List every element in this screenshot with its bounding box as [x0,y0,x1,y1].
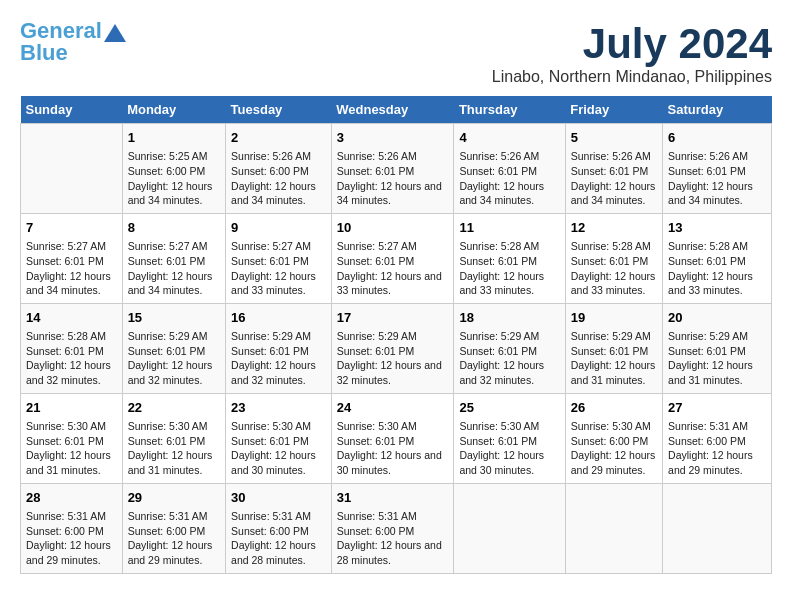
day-content: Sunrise: 5:30 AM Sunset: 6:01 PM Dayligh… [26,419,117,478]
week-row-3: 14Sunrise: 5:28 AM Sunset: 6:01 PM Dayli… [21,303,772,393]
header-cell-friday: Friday [565,96,662,124]
day-number: 20 [668,309,766,327]
calendar-cell: 21Sunrise: 5:30 AM Sunset: 6:01 PM Dayli… [21,393,123,483]
week-row-1: 1Sunrise: 5:25 AM Sunset: 6:00 PM Daylig… [21,124,772,214]
day-number: 7 [26,219,117,237]
day-number: 28 [26,489,117,507]
day-content: Sunrise: 5:31 AM Sunset: 6:00 PM Dayligh… [128,509,220,568]
calendar-cell: 5Sunrise: 5:26 AM Sunset: 6:01 PM Daylig… [565,124,662,214]
day-content: Sunrise: 5:25 AM Sunset: 6:00 PM Dayligh… [128,149,220,208]
day-content: Sunrise: 5:26 AM Sunset: 6:01 PM Dayligh… [337,149,449,208]
calendar-cell: 15Sunrise: 5:29 AM Sunset: 6:01 PM Dayli… [122,303,225,393]
day-content: Sunrise: 5:26 AM Sunset: 6:00 PM Dayligh… [231,149,326,208]
calendar-cell: 16Sunrise: 5:29 AM Sunset: 6:01 PM Dayli… [226,303,332,393]
calendar-cell: 27Sunrise: 5:31 AM Sunset: 6:00 PM Dayli… [663,393,772,483]
day-content: Sunrise: 5:31 AM Sunset: 6:00 PM Dayligh… [231,509,326,568]
day-content: Sunrise: 5:30 AM Sunset: 6:00 PM Dayligh… [571,419,657,478]
header-cell-saturday: Saturday [663,96,772,124]
day-number: 15 [128,309,220,327]
day-number: 10 [337,219,449,237]
calendar-cell: 9Sunrise: 5:27 AM Sunset: 6:01 PM Daylig… [226,213,332,303]
day-content: Sunrise: 5:28 AM Sunset: 6:01 PM Dayligh… [26,329,117,388]
calendar-cell: 3Sunrise: 5:26 AM Sunset: 6:01 PM Daylig… [331,124,454,214]
day-number: 8 [128,219,220,237]
subtitle: Linabo, Northern Mindanao, Philippines [492,68,772,86]
day-content: Sunrise: 5:31 AM Sunset: 6:00 PM Dayligh… [668,419,766,478]
title-area: July 2024 Linabo, Northern Mindanao, Phi… [492,20,772,86]
calendar-cell: 29Sunrise: 5:31 AM Sunset: 6:00 PM Dayli… [122,483,225,573]
day-content: Sunrise: 5:27 AM Sunset: 6:01 PM Dayligh… [337,239,449,298]
calendar-cell: 11Sunrise: 5:28 AM Sunset: 6:01 PM Dayli… [454,213,565,303]
day-content: Sunrise: 5:26 AM Sunset: 6:01 PM Dayligh… [459,149,559,208]
calendar-cell [663,483,772,573]
day-content: Sunrise: 5:28 AM Sunset: 6:01 PM Dayligh… [571,239,657,298]
day-content: Sunrise: 5:29 AM Sunset: 6:01 PM Dayligh… [231,329,326,388]
week-row-5: 28Sunrise: 5:31 AM Sunset: 6:00 PM Dayli… [21,483,772,573]
calendar-cell: 26Sunrise: 5:30 AM Sunset: 6:00 PM Dayli… [565,393,662,483]
header-cell-wednesday: Wednesday [331,96,454,124]
day-content: Sunrise: 5:29 AM Sunset: 6:01 PM Dayligh… [459,329,559,388]
calendar-cell: 4Sunrise: 5:26 AM Sunset: 6:01 PM Daylig… [454,124,565,214]
header-row: SundayMondayTuesdayWednesdayThursdayFrid… [21,96,772,124]
calendar-cell: 18Sunrise: 5:29 AM Sunset: 6:01 PM Dayli… [454,303,565,393]
day-number: 16 [231,309,326,327]
day-number: 6 [668,129,766,147]
day-number: 31 [337,489,449,507]
logo: GeneralBlue [20,20,126,64]
day-number: 25 [459,399,559,417]
day-number: 18 [459,309,559,327]
calendar-cell: 2Sunrise: 5:26 AM Sunset: 6:00 PM Daylig… [226,124,332,214]
day-content: Sunrise: 5:29 AM Sunset: 6:01 PM Dayligh… [571,329,657,388]
day-number: 21 [26,399,117,417]
day-content: Sunrise: 5:27 AM Sunset: 6:01 PM Dayligh… [128,239,220,298]
calendar-cell: 1Sunrise: 5:25 AM Sunset: 6:00 PM Daylig… [122,124,225,214]
day-content: Sunrise: 5:28 AM Sunset: 6:01 PM Dayligh… [668,239,766,298]
day-content: Sunrise: 5:27 AM Sunset: 6:01 PM Dayligh… [26,239,117,298]
day-content: Sunrise: 5:26 AM Sunset: 6:01 PM Dayligh… [571,149,657,208]
day-number: 30 [231,489,326,507]
calendar-cell: 10Sunrise: 5:27 AM Sunset: 6:01 PM Dayli… [331,213,454,303]
calendar-cell: 22Sunrise: 5:30 AM Sunset: 6:01 PM Dayli… [122,393,225,483]
calendar-cell: 8Sunrise: 5:27 AM Sunset: 6:01 PM Daylig… [122,213,225,303]
day-number: 29 [128,489,220,507]
calendar-cell: 20Sunrise: 5:29 AM Sunset: 6:01 PM Dayli… [663,303,772,393]
day-number: 13 [668,219,766,237]
header-cell-monday: Monday [122,96,225,124]
day-number: 17 [337,309,449,327]
day-number: 14 [26,309,117,327]
day-content: Sunrise: 5:27 AM Sunset: 6:01 PM Dayligh… [231,239,326,298]
calendar-cell [454,483,565,573]
header-cell-tuesday: Tuesday [226,96,332,124]
day-number: 26 [571,399,657,417]
day-content: Sunrise: 5:29 AM Sunset: 6:01 PM Dayligh… [337,329,449,388]
calendar-table: SundayMondayTuesdayWednesdayThursdayFrid… [20,96,772,574]
day-content: Sunrise: 5:30 AM Sunset: 6:01 PM Dayligh… [337,419,449,478]
day-number: 27 [668,399,766,417]
day-number: 11 [459,219,559,237]
header: GeneralBlue July 2024 Linabo, Northern M… [20,20,772,86]
calendar-cell: 31Sunrise: 5:31 AM Sunset: 6:00 PM Dayli… [331,483,454,573]
day-content: Sunrise: 5:30 AM Sunset: 6:01 PM Dayligh… [128,419,220,478]
day-number: 3 [337,129,449,147]
day-content: Sunrise: 5:29 AM Sunset: 6:01 PM Dayligh… [668,329,766,388]
day-content: Sunrise: 5:28 AM Sunset: 6:01 PM Dayligh… [459,239,559,298]
calendar-cell: 14Sunrise: 5:28 AM Sunset: 6:01 PM Dayli… [21,303,123,393]
day-number: 5 [571,129,657,147]
logo-icon [104,24,126,42]
day-content: Sunrise: 5:31 AM Sunset: 6:00 PM Dayligh… [337,509,449,568]
day-content: Sunrise: 5:29 AM Sunset: 6:01 PM Dayligh… [128,329,220,388]
calendar-cell: 7Sunrise: 5:27 AM Sunset: 6:01 PM Daylig… [21,213,123,303]
calendar-cell: 24Sunrise: 5:30 AM Sunset: 6:01 PM Dayli… [331,393,454,483]
week-row-4: 21Sunrise: 5:30 AM Sunset: 6:01 PM Dayli… [21,393,772,483]
calendar-cell: 6Sunrise: 5:26 AM Sunset: 6:01 PM Daylig… [663,124,772,214]
calendar-cell: 13Sunrise: 5:28 AM Sunset: 6:01 PM Dayli… [663,213,772,303]
day-content: Sunrise: 5:31 AM Sunset: 6:00 PM Dayligh… [26,509,117,568]
calendar-cell: 19Sunrise: 5:29 AM Sunset: 6:01 PM Dayli… [565,303,662,393]
day-number: 12 [571,219,657,237]
header-cell-thursday: Thursday [454,96,565,124]
header-cell-sunday: Sunday [21,96,123,124]
day-number: 23 [231,399,326,417]
day-number: 2 [231,129,326,147]
main-title: July 2024 [492,20,772,68]
calendar-cell: 25Sunrise: 5:30 AM Sunset: 6:01 PM Dayli… [454,393,565,483]
